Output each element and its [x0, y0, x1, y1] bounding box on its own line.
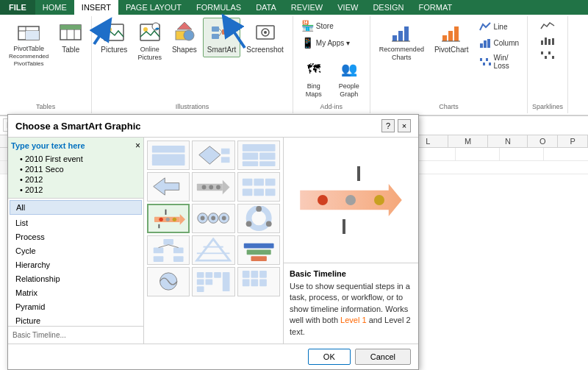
svg-line-21 [219, 29, 222, 32]
dialog-left-panel: Type your text here × 2010 First event 2… [8, 138, 144, 344]
svg-point-12 [143, 27, 148, 32]
smartart-item-13[interactable] [147, 267, 190, 296]
svg-rect-112 [259, 271, 267, 278]
pivot-chart-button[interactable]: PivotChart [430, 18, 473, 57]
smartart-item-7[interactable] [147, 204, 190, 233]
column-label: Column [494, 39, 519, 47]
store-button[interactable]: 🏪 Store [298, 18, 337, 34]
smartart-button[interactable]: SmartArt [203, 18, 240, 57]
col-header-o[interactable]: O [528, 135, 558, 147]
tab-design[interactable]: DESIGN [365, 0, 411, 15]
screenshot-icon [254, 21, 277, 44]
category-pyramid[interactable]: Pyramid [10, 300, 142, 313]
line-chart-button[interactable]: Line [475, 19, 523, 34]
svg-rect-90 [154, 248, 164, 254]
preview-area [284, 138, 418, 263]
smartart-item-14[interactable] [192, 267, 234, 296]
category-process[interactable]: Process [10, 230, 142, 243]
smartart-item-15[interactable] [237, 267, 280, 296]
win-loss-label: Win/Loss [494, 54, 509, 70]
svg-rect-77 [165, 210, 167, 215]
text-item-3: 2012 [11, 174, 140, 185]
my-apps-button[interactable]: 📱 My Apps ▾ [298, 35, 354, 51]
pictures-button[interactable]: Pictures [96, 18, 132, 57]
tab-format[interactable]: FORMAT [412, 0, 460, 15]
online-pictures-button[interactable]: ☁ OnlinePictures [133, 18, 166, 65]
category-relationship[interactable]: Relationship [10, 272, 142, 285]
smartart-item-12[interactable] [237, 235, 280, 265]
win-loss-button[interactable]: Win/Loss [475, 51, 523, 72]
text-pane-title: Type your text here [11, 141, 85, 150]
smartart-item-5[interactable] [192, 172, 234, 202]
smartart-item-4[interactable] [147, 172, 190, 202]
smartart-item-3[interactable] [237, 140, 280, 170]
tab-page-layout[interactable]: PAGE LAYOUT [118, 0, 189, 15]
online-pictures-icon: ☁ [138, 21, 162, 44]
svg-line-22 [219, 32, 222, 36]
dialog-close-button[interactable]: × [398, 119, 411, 132]
tab-insert[interactable]: INSERT [74, 0, 118, 15]
category-picture[interactable]: Picture [10, 314, 142, 326]
svg-marker-73 [180, 214, 185, 225]
tab-home[interactable]: HOME [35, 0, 74, 15]
category-all[interactable]: All [10, 200, 142, 215]
col-header-n[interactable]: N [488, 135, 528, 147]
tab-review[interactable]: REVIEW [284, 0, 330, 15]
tab-view[interactable]: VIEW [330, 0, 365, 15]
ok-button[interactable]: OK [308, 349, 351, 365]
svg-marker-17 [177, 22, 192, 29]
text-item-2: 2011 Seco [11, 164, 140, 174]
description-text: Use to show sequential steps in a task, … [290, 281, 412, 338]
store-icon: 🏪 [301, 20, 314, 32]
shapes-button[interactable]: Shapes [168, 18, 201, 57]
category-hierarchy[interactable]: Hierarchy [10, 258, 142, 271]
col-header-p[interactable]: P [558, 135, 588, 147]
dialog-title-bar: Choose a SmartArt Graphic ? × [8, 115, 418, 138]
tab-file[interactable]: FILE [0, 0, 35, 15]
cancel-button[interactable]: Cancel [355, 349, 411, 365]
recommended-charts-button[interactable]: RecommendedCharts [375, 18, 429, 65]
smartart-item-1[interactable] [147, 140, 190, 170]
column-chart-button[interactable]: Column [475, 35, 523, 50]
ribbon-group-charts: RecommendedCharts PivotChart [370, 16, 528, 113]
svg-marker-60 [154, 178, 179, 195]
screenshot-button[interactable]: Screenshot [242, 18, 288, 57]
sparkline-line-button[interactable] [536, 19, 559, 32]
smartart-item-6[interactable] [237, 172, 280, 202]
pivot-table-button[interactable]: PivotTableRecommendedPivotTables [4, 18, 53, 71]
shapes-label: Shapes [172, 46, 197, 54]
text-pane-close-button[interactable]: × [135, 140, 140, 151]
smartart-item-11[interactable] [192, 235, 234, 265]
sparkline-winloss-button[interactable] [536, 49, 559, 62]
table-button[interactable]: Table [54, 18, 87, 57]
category-list-item[interactable]: List [10, 216, 142, 230]
svg-point-87 [245, 221, 251, 227]
smartart-item-10[interactable] [147, 235, 190, 265]
bing-maps-icon: 🗺 [302, 57, 326, 81]
people-graph-button[interactable]: 👥 PeopleGraph [333, 54, 365, 102]
category-cycle[interactable]: Cycle [10, 244, 142, 257]
category-matrix[interactable]: Matrix [10, 286, 142, 299]
tab-formulas[interactable]: FORMULAS [189, 0, 248, 15]
smartart-item-9[interactable] [237, 204, 280, 233]
svg-point-76 [173, 218, 176, 221]
cell-i1[interactable] [456, 148, 500, 161]
col-header-m[interactable]: M [448, 135, 488, 147]
svg-rect-101 [251, 256, 266, 261]
svg-rect-106 [206, 272, 213, 278]
sparkline-col-button[interactable] [536, 34, 559, 47]
text-pane-items: 2010 First event 2011 Seco 2012 2012 [11, 154, 140, 195]
smartart-item-8[interactable] [192, 204, 234, 233]
svg-rect-92 [154, 256, 164, 262]
bing-maps-button[interactable]: 🗺 BingMaps [298, 54, 330, 102]
svg-rect-27 [398, 31, 403, 41]
table-label: Table [62, 46, 79, 54]
svg-rect-42 [545, 38, 547, 45]
svg-rect-34 [480, 43, 483, 48]
tab-data[interactable]: DATA [248, 0, 284, 15]
svg-rect-30 [442, 35, 447, 41]
cell-j1[interactable] [500, 148, 544, 161]
dialog-help-button[interactable]: ? [381, 119, 395, 132]
svg-rect-32 [454, 26, 459, 41]
smartart-item-2[interactable] [192, 140, 234, 170]
